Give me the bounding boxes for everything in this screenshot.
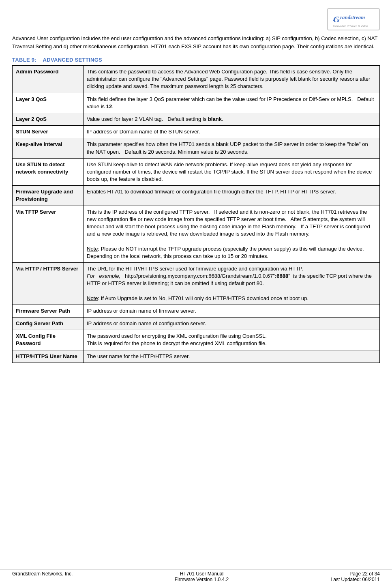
row-content: Value used for layer 2 VLAN tag. Default… [84,113,380,125]
table-row: Admin Password This contains the passwor… [13,66,380,93]
intro-paragraph: Advanced User configuration includes the… [12,34,380,50]
table-title-label: TABLE 9: [12,57,36,63]
row-label: Via HTTP / HTTPS Server [13,262,84,305]
grandstream-logo: G randstream Innovative IP Voice & Video [331,9,376,30]
page-footer: Grandstream Networks, Inc. HT701 User Ma… [0,569,392,584]
settings-table: Admin Password This contains the passwor… [12,65,380,363]
table-row: Keep-alive interval This parameter speci… [13,138,380,158]
table-row: Firmware Upgrade and Provisioning Enable… [13,186,380,206]
row-label: Layer 2 QoS [13,113,84,125]
footer-doc-title: HT701 User Manual [175,571,229,577]
row-content: The user name for the HTTP/HTTPS server. [84,350,380,363]
row-content: IP address or Domain name of the STUN se… [84,126,380,138]
footer-page-number: Page 22 of 34 [331,571,380,577]
row-content: This contains the password to access the… [84,66,380,93]
table-row: Config Server Path IP address or domain … [13,318,380,330]
table-row: Use STUN to detect network connectivity … [13,158,380,186]
row-label: HTTP/HTTPS User Name [13,350,84,363]
row-label: Layer 3 QoS [13,93,84,113]
svg-text:Innovative IP Voice & Video: Innovative IP Voice & Video [333,25,368,28]
row-label: Firmware Upgrade and Provisioning [13,186,84,206]
footer-center: HT701 User Manual Firmware Version 1.0.4… [175,571,229,582]
row-content: Enables HT701 to download firmware or co… [84,186,380,206]
page-container: G randstream Innovative IP Voice & Video… [0,0,392,387]
logo-area: G randstream Innovative IP Voice & Video [12,8,380,30]
footer-firmware-version: Firmware Version 1.0.4.2 [175,577,229,582]
row-label: XML Config File Password [13,330,84,350]
table-row: Via HTTP / HTTPS Server The URL for the … [13,262,380,305]
svg-text:randstream: randstream [340,14,365,20]
row-label: STUN Server [13,126,84,138]
table-row: Firmware Server Path IP address or domai… [13,305,380,317]
svg-text:G: G [333,14,340,24]
table-row: STUN Server IP address or Domain name of… [13,126,380,138]
table-row: HTTP/HTTPS User Name The user name for t… [13,350,380,363]
row-content: This is the IP address of the configured… [84,206,380,262]
row-content: IP address or domain name of firmware se… [84,305,380,317]
row-content: The URL for the HTTP/HTTPS server used f… [84,262,380,305]
row-label: Config Server Path [13,318,84,330]
table-row: Layer 3 QoS This field defines the layer… [13,93,380,113]
table-row: XML Config File Password The password us… [13,330,380,350]
row-content: IP address or domain name of configurati… [84,318,380,330]
row-label: Use STUN to detect network connectivity [13,158,84,186]
footer-last-updated: Last Updated: 06/2011 [331,577,380,582]
logo-box: G randstream Innovative IP Voice & Video [327,8,380,30]
row-content: Use STUN keep-alive to detect WAN side n… [84,158,380,186]
row-content: This field defines the layer 3 QoS param… [84,93,380,113]
row-label: Via TFTP Server [13,206,84,262]
table-title-name: ADVANCED SETTINGS [43,57,102,63]
table-row: Layer 2 QoS Value used for layer 2 VLAN … [13,113,380,125]
row-label: Firmware Server Path [13,305,84,317]
row-content: The password used for encrypting the XML… [84,330,380,350]
row-label: Admin Password [13,66,84,93]
row-label: Keep-alive interval [13,138,84,158]
footer-left: Grandstream Networks, Inc. [12,571,73,582]
footer-right: Page 22 of 34 Last Updated: 06/2011 [331,571,380,582]
table-row: Via TFTP Server This is the IP address o… [13,206,380,262]
table-title: TABLE 9: ADVANCED SETTINGS [12,57,380,63]
row-content: This parameter specifies how often the H… [84,138,380,158]
